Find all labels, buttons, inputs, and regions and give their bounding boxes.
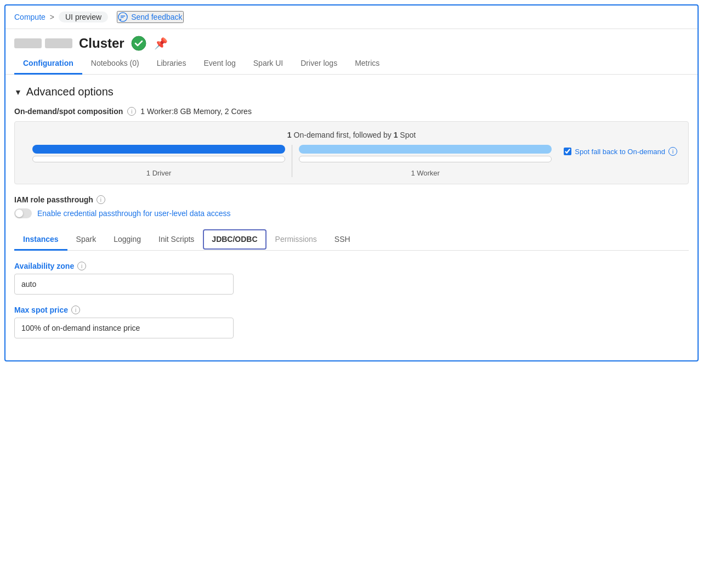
iam-toggle-label: Enable credential passthrough for user-l…	[37, 209, 231, 218]
tab-metrics[interactable]: Metrics	[346, 53, 388, 75]
spot-fallback-checkbox[interactable]	[564, 148, 571, 155]
ondemand-value: 1 Worker:8 GB Memory, 2 Cores	[140, 107, 252, 116]
spot-fallback-label: Spot fall back to On-demand	[575, 148, 665, 156]
tab-driver-logs[interactable]: Driver logs	[292, 53, 346, 75]
sub-tabs: Instances Spark Logging Init Scripts JDB…	[14, 229, 689, 251]
status-running-icon	[131, 36, 146, 51]
spot-fallback-info-icon[interactable]: i	[668, 147, 677, 156]
composition-box: 1 On-demand first, followed by 1 Spot 1 …	[14, 121, 689, 184]
send-feedback-button[interactable]: Send feedback	[117, 11, 183, 23]
toggle-knob	[15, 210, 23, 217]
tab-configuration[interactable]: Configuration	[14, 53, 82, 75]
max-spot-price-section: Max spot price i	[14, 306, 689, 338]
tab-notebooks[interactable]: Notebooks (0)	[82, 53, 148, 75]
svg-point-1	[132, 36, 146, 50]
iam-title-row: IAM role passthrough i	[14, 195, 689, 204]
sub-tab-permissions[interactable]: Permissions	[267, 229, 326, 251]
breadcrumb-compute[interactable]: Compute	[14, 13, 46, 21]
driver-label: 1 Driver	[146, 169, 172, 177]
cluster-logo	[14, 38, 72, 48]
breadcrumb-current: UI preview	[59, 12, 108, 22]
content-area: ▼ Advanced options On-demand/spot compos…	[5, 75, 698, 360]
sub-tab-ssh[interactable]: SSH	[326, 229, 359, 251]
iam-section: IAM role passthrough i Enable credential…	[14, 195, 689, 218]
send-feedback-label: Send feedback	[131, 13, 182, 21]
pin-icon[interactable]: 📌	[154, 37, 168, 50]
collapse-icon[interactable]: ▼	[14, 88, 22, 97]
advanced-options-title: Advanced options	[26, 86, 114, 98]
max-spot-price-input[interactable]	[14, 318, 234, 338]
max-spot-price-label: Max spot price	[14, 306, 68, 314]
iam-title: IAM role passthrough	[14, 195, 93, 204]
sub-tab-instances[interactable]: Instances	[14, 229, 67, 251]
iam-toggle[interactable]	[14, 208, 32, 218]
max-spot-price-label-row: Max spot price i	[14, 306, 689, 314]
ondemand-info-icon[interactable]: i	[127, 107, 136, 116]
page-header: Cluster 📌	[5, 29, 698, 53]
availability-zone-section: Availability zone i	[14, 262, 689, 295]
page-title: Cluster	[79, 36, 124, 51]
advanced-options-header: ▼ Advanced options	[14, 86, 689, 98]
max-spot-price-info-icon[interactable]: i	[71, 306, 80, 314]
availability-zone-label-row: Availability zone i	[14, 262, 689, 270]
svg-point-0	[118, 13, 127, 21]
availability-zone-input[interactable]	[14, 274, 234, 295]
composition-title: 1 On-demand first, followed by 1 Spot	[26, 131, 677, 139]
iam-toggle-row: Enable credential passthrough for user-l…	[14, 208, 689, 218]
sub-tab-logging[interactable]: Logging	[105, 229, 150, 251]
tab-event-log[interactable]: Event log	[195, 53, 244, 75]
ondemand-row: On-demand/spot composition i 1 Worker:8 …	[14, 107, 689, 116]
tab-spark-ui[interactable]: Spark UI	[245, 53, 292, 75]
breadcrumb-separator: >	[50, 13, 54, 21]
sub-tab-init-scripts[interactable]: Init Scripts	[150, 229, 203, 251]
sub-tab-jdbc-odbc[interactable]: JDBC/ODBC	[203, 229, 266, 250]
iam-info-icon[interactable]: i	[97, 195, 105, 204]
top-bar: Compute > UI preview Send feedback	[5, 5, 698, 29]
chat-icon	[118, 12, 128, 22]
availability-zone-label: Availability zone	[14, 262, 74, 270]
tab-libraries[interactable]: Libraries	[148, 53, 195, 75]
main-tabs: Configuration Notebooks (0) Libraries Ev…	[5, 53, 698, 75]
ondemand-label: On-demand/spot composition	[14, 107, 123, 116]
worker-label: 1 Worker	[411, 169, 440, 177]
sub-tab-spark[interactable]: Spark	[67, 229, 105, 251]
availability-zone-info-icon[interactable]: i	[77, 262, 86, 270]
